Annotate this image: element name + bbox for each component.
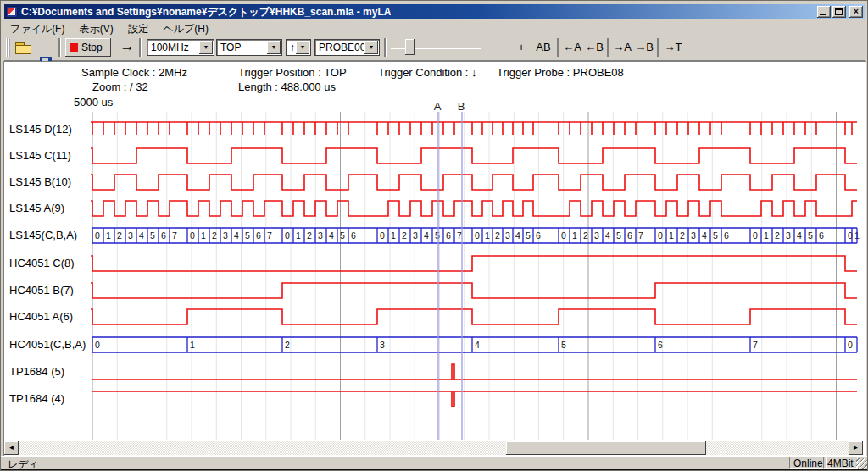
svg-text:3: 3	[413, 230, 418, 241]
waveform-canvas[interactable]: 0123456701234567012345601234567012345601…	[1, 94, 868, 443]
maximize-icon	[835, 8, 843, 15]
svg-text:7: 7	[267, 230, 272, 241]
svg-text:6: 6	[446, 230, 451, 241]
svg-text:0: 0	[753, 230, 758, 241]
status-online-badge: Online	[789, 457, 827, 469]
goto-next-b-button[interactable]: →B	[633, 39, 655, 56]
svg-text:6: 6	[351, 230, 356, 241]
svg-text:7: 7	[638, 230, 643, 241]
svg-text:6: 6	[819, 230, 824, 241]
zoom-slider-track[interactable]	[391, 47, 481, 49]
svg-text:2: 2	[117, 230, 122, 241]
svg-text:2: 2	[307, 230, 312, 241]
svg-text:3: 3	[128, 230, 133, 241]
sample-clock-info: Sample Clock : 2MHz	[81, 66, 187, 79]
svg-text:3: 3	[380, 340, 385, 350]
svg-text:5: 5	[526, 230, 531, 241]
chevron-down-icon[interactable]: ▼	[267, 41, 281, 54]
sample-rate-select[interactable]: 100MHz ▼	[147, 39, 214, 56]
maximize-button[interactable]	[832, 6, 846, 18]
run-button[interactable]: →	[116, 37, 138, 58]
svg-text:5: 5	[150, 230, 155, 241]
svg-text:0: 0	[95, 230, 100, 241]
toolbar-separator	[657, 38, 659, 57]
svg-text:2: 2	[775, 230, 780, 241]
svg-text:1: 1	[201, 230, 206, 241]
svg-text:0: 0	[190, 230, 195, 241]
svg-text:7: 7	[753, 340, 758, 350]
goto-next-a-button[interactable]: →A	[611, 39, 633, 56]
toolbar-grip[interactable]	[6, 38, 10, 57]
svg-text:A: A	[434, 100, 442, 113]
chevron-down-icon[interactable]: ▼	[199, 41, 213, 54]
svg-text:5: 5	[616, 230, 621, 241]
svg-text:2: 2	[212, 230, 217, 241]
trigger-edge-value: ↑	[290, 42, 295, 53]
svg-text:3: 3	[223, 230, 228, 241]
minimize-icon	[820, 14, 826, 15]
svg-text:0: 0	[95, 340, 100, 350]
trigger-probe-value: PROBE00	[319, 42, 365, 53]
svg-text:5: 5	[340, 230, 345, 241]
svg-text:2: 2	[285, 340, 290, 350]
title-bar[interactable]: C:¥Documents and Settings¥noname¥デスクトップ¥…	[4, 4, 865, 19]
stop-icon	[70, 43, 78, 52]
sample-rate-value: 100MHz	[151, 42, 189, 53]
toolbar: Stop → 100MHz ▼ TOP ▼ ↑ ▼ PROBE00 ▼ − + …	[4, 35, 865, 61]
svg-text:4: 4	[329, 230, 334, 241]
toolbar-separator	[139, 38, 141, 57]
trigger-probe-select[interactable]: PROBE00 ▼	[314, 39, 380, 56]
trigger-position-select[interactable]: TOP ▼	[216, 39, 282, 56]
svg-text:0: 0	[285, 230, 290, 241]
toolbar-separator	[384, 38, 386, 57]
svg-text:6: 6	[627, 230, 632, 241]
svg-text:2: 2	[402, 230, 407, 241]
toolbar-separator	[58, 38, 60, 57]
stop-button[interactable]: Stop	[65, 38, 111, 57]
app-icon	[6, 6, 18, 18]
svg-text:2: 2	[680, 230, 685, 241]
svg-text:4: 4	[702, 230, 707, 241]
svg-text:2: 2	[583, 230, 588, 241]
svg-text:2: 2	[495, 230, 500, 241]
svg-text:4: 4	[797, 230, 802, 241]
svg-text:4: 4	[424, 230, 429, 241]
zoom-out-button[interactable]: −	[491, 39, 508, 56]
trigger-edge-select[interactable]: ↑ ▼	[286, 39, 311, 56]
horizontal-scrollbar[interactable]: ◄ ►	[4, 441, 863, 455]
scroll-right-button[interactable]: ►	[849, 441, 863, 455]
zoom-ab-button[interactable]: AB	[533, 39, 554, 56]
svg-text:5: 5	[245, 230, 250, 241]
svg-text:3: 3	[786, 230, 791, 241]
goto-prev-a-button[interactable]: ←A	[561, 39, 583, 56]
svg-text:1: 1	[764, 230, 769, 241]
svg-text:7: 7	[457, 230, 462, 241]
zoom-slider-handle[interactable]	[405, 39, 415, 55]
resize-grip[interactable]	[856, 458, 867, 469]
svg-text:5: 5	[713, 230, 718, 241]
scroll-left-button[interactable]: ◄	[4, 441, 19, 455]
scrollbar-thumb[interactable]	[506, 441, 706, 455]
svg-text:4: 4	[234, 230, 239, 241]
svg-text:5: 5	[435, 230, 440, 241]
svg-text:1: 1	[106, 230, 111, 241]
open-file-button[interactable]	[14, 40, 31, 55]
chevron-down-icon[interactable]: ▼	[364, 41, 378, 54]
svg-text:0: 0	[475, 230, 480, 241]
trigger-condition-info: Trigger Condition : ↓	[378, 66, 477, 79]
svg-text:7: 7	[172, 230, 177, 241]
trigger-position-info: Trigger Position : TOP	[238, 66, 347, 79]
minimize-button[interactable]	[817, 6, 831, 18]
svg-text:0: 0	[561, 230, 566, 241]
close-button[interactable]: ×	[849, 6, 863, 18]
chevron-down-icon[interactable]: ▼	[296, 41, 309, 54]
toolbar-separator	[557, 38, 559, 57]
svg-text:1: 1	[669, 230, 674, 241]
svg-text:4: 4	[605, 230, 610, 241]
goto-trigger-button[interactable]: →T	[662, 39, 684, 56]
zoom-info: Zoom : / 32	[92, 80, 148, 93]
zoom-in-button[interactable]: +	[513, 39, 530, 56]
goto-prev-b-button[interactable]: ←B	[583, 39, 605, 56]
svg-text:0: 0	[380, 230, 385, 241]
app-window: C:¥Documents and Settings¥noname¥デスクトップ¥…	[0, 0, 868, 471]
